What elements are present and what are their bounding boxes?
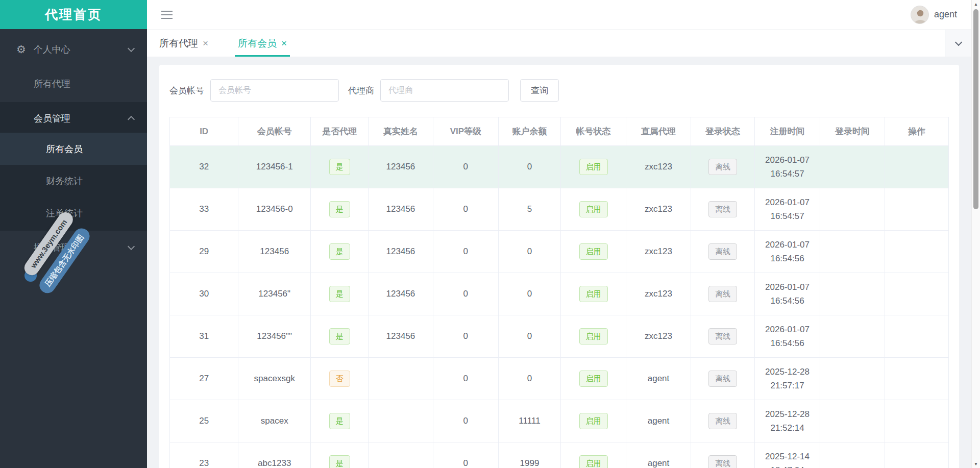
- status-badge: 启用: [579, 201, 608, 218]
- chevron-down-icon: [128, 243, 135, 250]
- user-menu[interactable]: agent: [911, 6, 957, 24]
- is-agent-badge: 是: [329, 159, 350, 176]
- scrollbar-down-arrow[interactable]: ▼: [972, 460, 980, 468]
- cell-vip-level: 0: [433, 188, 498, 231]
- login-status-badge: 离线: [708, 243, 737, 260]
- members-table: ID会员帐号是否代理真实姓名VIP等级账户余额帐号状态直属代理登录状态注册时间登…: [169, 117, 949, 468]
- cell-real-name: 123456: [369, 188, 433, 231]
- table-row[interactable]: 30 123456" 是 123456 0 0 启用 zxc123 离线 202…: [170, 273, 949, 315]
- column-header: 真实姓名: [369, 117, 433, 146]
- sidebar-item-personal-center[interactable]: ⚙ 个人中心: [0, 35, 147, 64]
- is-agent-badge: 是: [329, 243, 350, 260]
- is-agent-badge: 是: [329, 413, 350, 430]
- table-row[interactable]: 25 spacex 是 0 11111 启用 agent 离线 2025-12-…: [170, 400, 949, 442]
- cell-balance: 1999: [498, 442, 560, 468]
- column-header: 注册时间: [754, 117, 820, 146]
- login-status-badge: 离线: [708, 328, 737, 345]
- cell-is-agent: 是: [311, 146, 369, 188]
- sidebar: 代理首页 ⚙ 个人中心 所有代理 会员管理 所有会员 财务统计 注单统计 提现管…: [0, 0, 147, 468]
- cell-operations: [885, 400, 948, 442]
- is-agent-badge: 是: [329, 455, 350, 468]
- cell-login-time: [820, 231, 885, 273]
- cell-register-time: 2025-12-28 21:52:14: [754, 400, 820, 442]
- cell-account-status: 启用: [561, 273, 626, 315]
- cell-id: 25: [170, 400, 238, 442]
- login-status-badge: 离线: [708, 371, 737, 387]
- sidebar-item-label: 财务统计: [46, 175, 83, 187]
- cell-id: 23: [170, 442, 238, 468]
- cell-login-status: 离线: [691, 146, 754, 188]
- is-agent-badge: 是: [329, 201, 350, 218]
- cell-account-status: 启用: [561, 188, 626, 231]
- table-row[interactable]: 33 123456-0 是 123456 0 5 启用 zxc123 离线 20…: [170, 188, 949, 231]
- cell-real-name: 123456: [369, 273, 433, 315]
- cell-account-status: 启用: [561, 315, 626, 358]
- cell-account-status: 启用: [561, 400, 626, 442]
- agent-input[interactable]: [380, 79, 509, 102]
- cell-login-time: [820, 315, 885, 358]
- cell-is-agent: 是: [311, 188, 369, 231]
- cell-is-agent: 是: [311, 273, 369, 315]
- close-icon[interactable]: ×: [281, 38, 287, 49]
- cell-account-status: 启用: [561, 442, 626, 468]
- status-badge: 启用: [579, 371, 608, 387]
- table-row[interactable]: 31 123456"" 是 123456 0 0 启用 zxc123 离线 20…: [170, 315, 949, 358]
- tab-all-members[interactable]: 所有会员 ×: [235, 30, 290, 57]
- cell-member-account: 123456-0: [238, 188, 311, 231]
- cell-real-name: 123456: [369, 315, 433, 358]
- table-head-row: ID会员帐号是否代理真实姓名VIP等级账户余额帐号状态直属代理登录状态注册时间登…: [170, 117, 949, 146]
- cell-register-time: 2025-12-28 21:57:17: [754, 358, 820, 400]
- vertical-scrollbar: ▲ ▼: [971, 0, 980, 468]
- table-row[interactable]: 32 123456-1 是 123456 0 0 启用 zxc123 离线 20…: [170, 146, 949, 188]
- cell-parent-agent: zxc123: [626, 315, 691, 358]
- chevron-up-icon: [128, 116, 135, 123]
- cell-login-status: 离线: [691, 315, 754, 358]
- is-agent-badge: 是: [329, 286, 350, 303]
- hamburger-menu-icon[interactable]: [161, 8, 173, 21]
- chevron-down-icon: [954, 38, 962, 45]
- cell-is-agent: 是: [311, 231, 369, 273]
- cell-operations: [885, 231, 948, 273]
- search-button[interactable]: 查询: [520, 79, 559, 102]
- cell-parent-agent: zxc123: [626, 188, 691, 231]
- tab-all-agents[interactable]: 所有代理 ×: [156, 30, 211, 57]
- cell-id: 30: [170, 273, 238, 315]
- cell-parent-agent: zxc123: [626, 146, 691, 188]
- cell-login-time: [820, 146, 885, 188]
- cell-vip-level: 0: [433, 358, 498, 400]
- scrollbar-thumb[interactable]: [973, 9, 978, 209]
- table-row[interactable]: 23 abc1233 是 0 1999 启用 agent 离线 2025-12-…: [170, 442, 949, 468]
- is-agent-badge: 是: [329, 328, 350, 345]
- cell-register-time: 2026-01-07 16:54:56: [754, 273, 820, 315]
- sidebar-item-member-management[interactable]: 会员管理: [0, 104, 147, 133]
- sidebar-item-all-agents[interactable]: 所有代理: [0, 69, 147, 98]
- login-status-badge: 离线: [708, 159, 737, 176]
- cell-operations: [885, 146, 948, 188]
- cell-login-time: [820, 400, 885, 442]
- sidebar-submenu-member-management: 会员管理 所有会员 财务统计 注单统计: [0, 102, 147, 231]
- content-card: 会员帐号 代理商 查询 ID会员帐号是否代理真实姓名VIP等级账户余额帐号状态直…: [159, 65, 959, 468]
- cell-register-time: 2026-01-07 16:54:57: [754, 146, 820, 188]
- login-status-badge: 离线: [708, 201, 737, 218]
- close-icon[interactable]: ×: [203, 38, 208, 49]
- sidebar-item-finance-stats[interactable]: 财务统计: [0, 165, 147, 197]
- status-badge: 启用: [579, 243, 608, 260]
- column-header: ID: [170, 117, 238, 146]
- member-account-input[interactable]: [210, 79, 339, 102]
- cell-account-status: 启用: [561, 146, 626, 188]
- login-status-badge: 离线: [708, 286, 737, 303]
- sidebar-item-bet-stats[interactable]: 注单统计: [0, 197, 147, 229]
- cell-login-status: 离线: [691, 358, 754, 400]
- cell-vip-level: 0: [433, 231, 498, 273]
- tab-actions-dropdown[interactable]: [945, 30, 971, 57]
- main-area: agent 所有代理 × 所有会员 ×: [147, 0, 971, 57]
- cell-balance: 0: [498, 358, 560, 400]
- cell-operations: [885, 315, 948, 358]
- column-header: 是否代理: [311, 117, 369, 146]
- sidebar-item-all-members[interactable]: 所有会员: [0, 133, 147, 165]
- table-row[interactable]: 29 123456 是 123456 0 0 启用 zxc123 离线 2026…: [170, 231, 949, 273]
- table-row[interactable]: 27 spacexsgk 否 0 0 启用 agent 离线 2025-12-2…: [170, 358, 949, 400]
- scrollbar-up-arrow[interactable]: ▲: [972, 0, 980, 8]
- column-header: VIP等级: [433, 117, 498, 146]
- cell-balance: 11111: [498, 400, 560, 442]
